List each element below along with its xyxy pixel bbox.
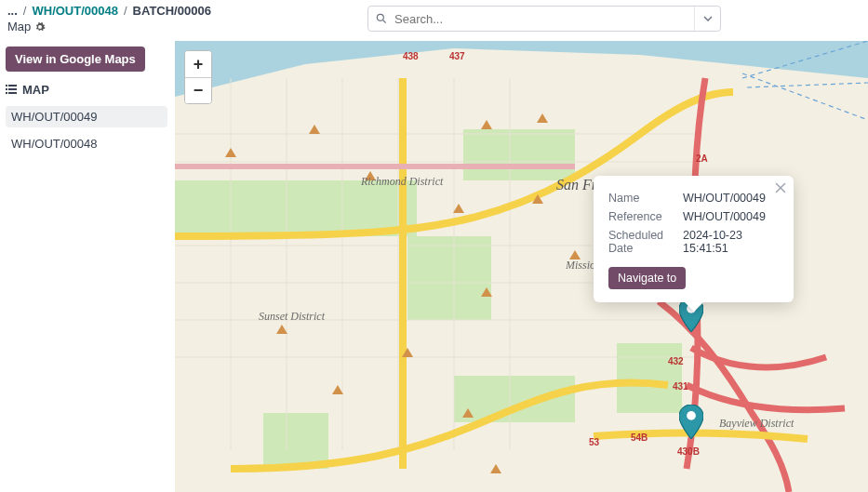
sidebar-item-wh-out-00048[interactable]: WH/OUT/00048: [6, 133, 167, 154]
svg-text:438: 438: [403, 51, 419, 61]
svg-point-50: [687, 411, 696, 420]
breadcrumb-separator: /: [124, 4, 127, 18]
popup-row-name: Name WH/OUT/00049: [608, 189, 779, 207]
breadcrumb: ... / WH/OUT/00048 / BATCH/00006: [7, 4, 211, 18]
map-pin-wh-out-00048[interactable]: [679, 405, 703, 436]
gear-icon: [34, 21, 46, 33]
svg-text:2A: 2A: [696, 153, 708, 164]
view-google-maps-button[interactable]: View in Google Maps: [6, 47, 145, 72]
search-dropdown-toggle[interactable]: [694, 7, 720, 31]
breadcrumb-current: BATCH/00006: [133, 4, 211, 18]
popup-value: 2024-10-23 15:41:51: [683, 226, 779, 258]
district-label-bayview: Bayview District: [719, 417, 795, 430]
svg-rect-7: [8, 92, 17, 94]
search-icon: [368, 12, 394, 25]
svg-text:437: 437: [449, 51, 465, 61]
popup-table: Name WH/OUT/00049 Reference WH/OUT/00049…: [608, 189, 779, 258]
map-area[interactable]: Richmond District San Francisco Sunset D…: [175, 41, 868, 492]
view-mode-text: Map: [7, 20, 31, 33]
chevron-down-icon: [703, 14, 713, 23]
navigate-to-button[interactable]: Navigate to: [608, 267, 686, 289]
svg-rect-12: [263, 413, 328, 469]
popup-value: WH/OUT/00049: [683, 189, 779, 207]
view-mode-label[interactable]: Map: [7, 20, 211, 33]
topbar: ... / WH/OUT/00048 / BATCH/00006 Map: [0, 0, 868, 41]
sidebar: View in Google Maps MAP WH/OUT/00049 WH/…: [0, 41, 175, 492]
breadcrumb-link[interactable]: WH/OUT/00048: [32, 4, 117, 18]
svg-text:430B: 430B: [677, 446, 700, 457]
district-label-richmond: Richmond District: [360, 175, 444, 188]
svg-rect-9: [175, 180, 417, 236]
search-wrap: [367, 6, 721, 32]
svg-rect-5: [8, 88, 17, 90]
list-icon: [6, 85, 17, 96]
svg-rect-14: [617, 343, 682, 413]
popup-row-scheduled-date: Scheduled Date 2024-10-23 15:41:51: [608, 226, 779, 258]
breadcrumb-separator: /: [23, 4, 27, 18]
svg-rect-3: [8, 85, 17, 86]
sidebar-section-title: MAP: [22, 83, 49, 97]
popup-row-reference: Reference WH/OUT/00049: [608, 207, 779, 226]
svg-text:54B: 54B: [631, 432, 648, 443]
svg-rect-10: [407, 236, 491, 320]
svg-text:432: 432: [668, 356, 684, 366]
search-input[interactable]: [394, 8, 694, 30]
popup-close-button[interactable]: [775, 181, 786, 196]
topbar-left: ... / WH/OUT/00048 / BATCH/00006 Map: [7, 0, 211, 33]
zoom-in-button[interactable]: +: [185, 51, 211, 77]
svg-point-0: [377, 14, 383, 20]
zoom-out-button[interactable]: −: [185, 77, 211, 103]
sidebar-section-header: MAP: [6, 77, 167, 100]
svg-rect-6: [6, 92, 7, 94]
zoom-control: + −: [184, 50, 212, 104]
breadcrumb-ellipsis[interactable]: ...: [7, 4, 18, 18]
svg-rect-11: [463, 129, 575, 180]
popup-key: Scheduled Date: [608, 226, 683, 258]
svg-text:431: 431: [673, 381, 688, 392]
sidebar-item-wh-out-00049[interactable]: WH/OUT/00049: [6, 106, 167, 127]
popup-value: WH/OUT/00049: [683, 207, 779, 226]
svg-line-1: [383, 20, 386, 23]
search-box[interactable]: [367, 6, 721, 32]
district-label-sunset: Sunset District: [259, 310, 326, 323]
svg-rect-2: [6, 85, 7, 86]
svg-rect-4: [6, 88, 7, 90]
close-icon: [775, 182, 786, 193]
main: View in Google Maps MAP WH/OUT/00049 WH/…: [0, 41, 868, 492]
popup-key: Name: [608, 189, 683, 207]
popup-key: Reference: [608, 207, 683, 226]
map-popup: Name WH/OUT/00049 Reference WH/OUT/00049…: [594, 176, 794, 302]
svg-text:53: 53: [589, 437, 600, 447]
